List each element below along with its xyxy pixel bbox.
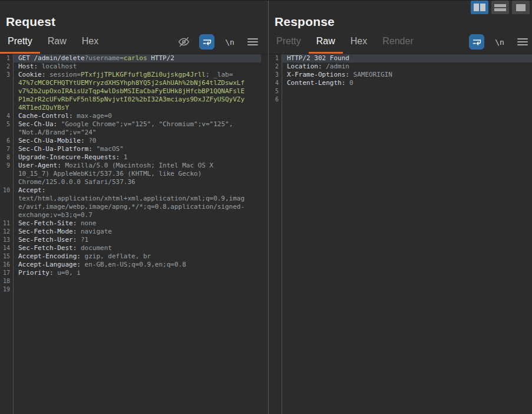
line-number: 2 xyxy=(269,63,282,71)
line-number: 19 xyxy=(0,285,14,294)
line-number xyxy=(0,104,14,112)
tab-render[interactable]: Render xyxy=(375,36,421,54)
code-line: 4Content-Length: 0 xyxy=(269,79,532,87)
tab-hex[interactable]: Hex xyxy=(74,36,106,54)
code-line: 16Accept-Language: en-GB,en-US;q=0.9,en;… xyxy=(0,261,268,269)
line-number xyxy=(0,96,14,104)
line-number xyxy=(0,170,14,178)
line-text: text/html,application/xhtml+xml,applicat… xyxy=(14,195,261,203)
line-text: Content-Length: 0 xyxy=(282,79,532,87)
show-nonprintable-button[interactable] xyxy=(176,34,191,50)
code-line: 3Cookie: session=PTxfjjTPLKGFfuflgBZi0uj… xyxy=(0,71,268,79)
request-toolbar: \n xyxy=(176,34,260,50)
menu-button[interactable] xyxy=(245,34,260,50)
split-columns-button[interactable] xyxy=(471,1,488,14)
word-wrap-button[interactable] xyxy=(199,34,214,50)
code-line: 10_15_7) AppleWebKit/537.36 (KHTML, like… xyxy=(0,170,268,178)
tab-raw[interactable]: Raw xyxy=(309,36,343,54)
code-line: 5Sec-Ch-Ua: "Google Chrome";v="125", "Ch… xyxy=(0,120,268,129)
line-text: P1m2rR2cUFvRbFvF5nl85pNvjvtI02%2bI32A3mc… xyxy=(14,96,261,104)
line-number: 15 xyxy=(0,252,14,261)
code-line: 19 xyxy=(0,285,268,294)
tab-pretty[interactable]: Pretty xyxy=(0,36,40,54)
line-number: 7 xyxy=(0,145,14,153)
response-editor[interactable]: 1HTTP/2 302 Found2Location: /admin3X-Fra… xyxy=(269,54,532,414)
line-number: 4 xyxy=(269,79,282,87)
code-line: 47%7cMC0CFHQTYtUEMYryzdXHSYhph8YQ5j2sAhU… xyxy=(0,79,268,87)
code-line: 18 xyxy=(0,277,268,285)
line-text: Cookie: session=PTxfjjTPLKGFfuflgBZi0ujs… xyxy=(14,71,261,79)
word-wrap-icon xyxy=(472,37,482,47)
response-panel: Response Pretty Raw Hex Render \n 1HTTP/… xyxy=(269,1,532,414)
line-number: 17 xyxy=(0,269,14,277)
code-line: 13Sec-Fetch-User: ?1 xyxy=(0,236,268,244)
line-text xyxy=(14,285,261,294)
line-number: 1 xyxy=(269,54,282,63)
newline-style-button[interactable]: \n xyxy=(222,34,237,50)
line-text: Sec-Fetch-Site: none xyxy=(14,219,261,228)
line-number xyxy=(0,195,14,203)
code-line: e/avif,image/webp,image/apng,*/*;q=0.8,a… xyxy=(0,203,268,211)
line-number: 6 xyxy=(269,96,282,104)
line-text: Priority: u=0, i xyxy=(14,269,261,277)
code-line: 4Cache-Control: max-age=0 xyxy=(0,112,268,120)
line-number: 9 xyxy=(0,162,14,170)
tab-raw[interactable]: Raw xyxy=(40,36,74,54)
line-text: e/avif,image/webp,image/apng,*/*;q=0.8,a… xyxy=(14,203,261,211)
code-line: 2Host: localhost xyxy=(0,63,268,71)
single-pane-icon xyxy=(516,4,526,11)
code-line: 5 xyxy=(269,87,532,96)
code-line: 2Location: /admin xyxy=(269,63,532,71)
line-text: Host: localhost xyxy=(14,63,261,71)
code-line: 4RT1edZQuYBsY xyxy=(0,104,268,112)
response-title: Response xyxy=(275,15,532,29)
code-line: 12Sec-Fetch-Mode: navigate xyxy=(0,228,268,236)
code-line: "Not.A/Brand";v="24" xyxy=(0,129,268,137)
line-number: 3 xyxy=(269,71,282,79)
line-number: 12 xyxy=(0,228,14,236)
newline-style-button[interactable]: \n xyxy=(492,34,507,50)
line-text: v7%2b2upOxoIRAisUzTqp4wlDsbMSIEaCbaFyEUH… xyxy=(14,87,261,96)
eye-slash-icon xyxy=(177,35,191,48)
code-line: 3X-Frame-Options: SAMEORIGIN xyxy=(269,71,532,79)
line-text: Accept-Language: en-GB,en-US;q=0.9,en;q=… xyxy=(14,261,261,269)
line-text: Accept: xyxy=(14,186,261,195)
code-line: exchange;v=b3;q=0.7 xyxy=(0,211,268,219)
code-line: text/html,application/xhtml+xml,applicat… xyxy=(0,195,268,203)
line-number: 5 xyxy=(269,87,282,96)
tab-pretty[interactable]: Pretty xyxy=(269,36,309,54)
code-line: 10Accept: xyxy=(0,186,268,195)
line-text: Sec-Fetch-User: ?1 xyxy=(14,236,261,244)
split-rows-button[interactable] xyxy=(491,1,509,14)
line-text: GET /admin/delete?username=carlos HTTP/2 xyxy=(14,54,261,63)
line-text: Cache-Control: max-age=0 xyxy=(14,112,261,120)
line-number: 18 xyxy=(0,277,14,285)
line-number xyxy=(0,87,14,96)
line-number xyxy=(0,129,14,137)
line-text: Sec-Ch-Ua-Mobile: ?0 xyxy=(14,137,261,145)
line-number: 16 xyxy=(0,261,14,269)
line-number xyxy=(0,203,14,211)
request-panel: Request Pretty Raw Hex xyxy=(0,1,269,414)
line-text: User-Agent: Mozilla/5.0 (Macintosh; Inte… xyxy=(14,162,261,170)
tab-hex[interactable]: Hex xyxy=(343,36,375,54)
request-editor[interactable]: 1GET /admin/delete?username=carlos HTTP/… xyxy=(0,54,268,414)
line-text xyxy=(14,277,261,285)
line-number: 13 xyxy=(0,236,14,244)
request-header: Request Pretty Raw Hex xyxy=(0,1,268,54)
line-text: Location: /admin xyxy=(282,63,532,71)
line-text: X-Frame-Options: SAMEORIGIN xyxy=(282,71,532,79)
line-text: Upgrade-Insecure-Requests: 1 xyxy=(14,153,261,162)
code-line: 6 xyxy=(269,96,532,104)
line-text: Chrome/125.0.0.0 Safari/537.36 xyxy=(14,178,261,186)
line-text: exchange;v=b3;q=0.7 xyxy=(14,211,261,219)
word-wrap-button[interactable] xyxy=(469,34,484,50)
code-line: 8Upgrade-Insecure-Requests: 1 xyxy=(0,153,268,162)
line-text: Accept-Encoding: gzip, deflate, br xyxy=(14,252,261,261)
line-number xyxy=(0,79,14,87)
rows-icon xyxy=(494,4,506,11)
line-number: 11 xyxy=(0,219,14,228)
code-line: 1HTTP/2 302 Found xyxy=(269,54,532,63)
menu-button[interactable] xyxy=(515,34,530,50)
single-pane-button[interactable] xyxy=(512,1,530,14)
